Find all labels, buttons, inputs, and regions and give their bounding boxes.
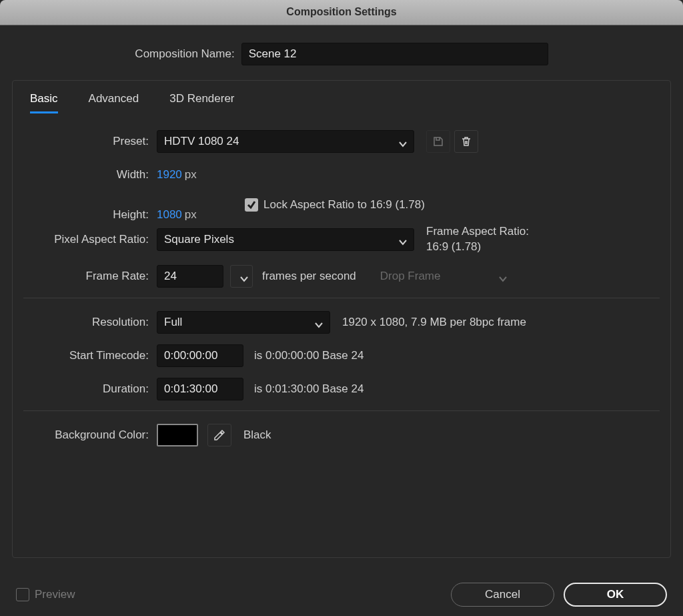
preset-value: HDTV 1080 24 <box>164 134 239 149</box>
background-color-label: Background Color: <box>23 428 157 442</box>
cancel-button[interactable]: Cancel <box>451 583 554 607</box>
start-timecode-info: is 0:00:00:00 Base 24 <box>254 348 364 363</box>
divider <box>23 410 660 411</box>
frame-rate-input[interactable] <box>157 265 223 288</box>
tab-bar: Basic Advanced 3D Renderer <box>23 81 660 113</box>
drop-frame-value: Drop Frame <box>380 269 441 284</box>
resolution-select[interactable]: Full <box>157 311 330 334</box>
width-unit: px <box>185 168 197 182</box>
preset-label: Preset: <box>23 134 157 149</box>
preset-select[interactable]: HDTV 1080 24 <box>157 130 414 153</box>
pixel-aspect-ratio-value: Square Pixels <box>164 232 234 247</box>
composition-name-input[interactable] <box>241 43 548 65</box>
start-timecode-input[interactable] <box>157 344 243 367</box>
pixel-aspect-ratio-select[interactable]: Square Pixels <box>157 228 414 251</box>
frame-aspect-ratio-info: Frame Aspect Ratio: 16:9 (1.78) <box>426 224 529 255</box>
eyedropper-button[interactable] <box>207 424 231 446</box>
frame-rate-dropdown[interactable] <box>230 265 253 288</box>
chevron-down-icon <box>399 236 407 244</box>
chevron-down-icon <box>399 137 407 145</box>
chevron-down-icon <box>499 272 507 280</box>
save-preset-button[interactable] <box>426 130 450 153</box>
duration-input[interactable] <box>157 378 243 400</box>
ok-button[interactable]: OK <box>564 583 667 607</box>
resolution-label: Resolution: <box>23 315 157 330</box>
tab-advanced[interactable]: Advanced <box>89 87 139 113</box>
height-label: Height: <box>23 208 157 222</box>
composition-name-label: Composition Name: <box>135 47 234 61</box>
preview-checkbox <box>16 588 29 601</box>
height-unit: px <box>185 208 197 222</box>
delete-preset-button[interactable] <box>454 130 478 153</box>
width-label: Width: <box>23 168 157 182</box>
dialog-footer: Preview Cancel OK <box>0 573 683 616</box>
lock-aspect-checkbox[interactable] <box>245 198 258 212</box>
resolution-info: 1920 x 1080, 7.9 MB per 8bpc frame <box>342 315 526 330</box>
divider <box>23 298 660 298</box>
frame-rate-label: Frame Rate: <box>23 269 157 284</box>
background-color-swatch[interactable] <box>157 424 198 446</box>
lock-aspect-label: Lock Aspect Ratio to 16:9 (1.78) <box>263 198 425 212</box>
settings-panel: Basic Advanced 3D Renderer Preset: HDTV … <box>12 80 671 558</box>
drop-frame-select: Drop Frame <box>374 265 514 288</box>
frame-rate-suffix: frames per second <box>262 269 356 284</box>
chevron-down-icon <box>315 318 323 326</box>
tab-basic[interactable]: Basic <box>30 87 58 113</box>
resolution-value: Full <box>164 315 182 330</box>
background-color-name: Black <box>243 428 271 442</box>
duration-label: Duration: <box>23 382 157 396</box>
dialog-titlebar: Composition Settings <box>0 0 683 25</box>
duration-info: is 0:01:30:00 Base 24 <box>254 382 364 396</box>
tab-3d-renderer[interactable]: 3D Renderer <box>169 87 234 113</box>
dialog-title: Composition Settings <box>286 5 396 19</box>
pixel-aspect-ratio-label: Pixel Aspect Ratio: <box>23 232 157 247</box>
height-value[interactable]: 1080 <box>157 208 182 222</box>
chevron-down-icon <box>240 272 248 280</box>
preview-label: Preview <box>35 587 75 602</box>
width-value[interactable]: 1920 <box>157 168 182 182</box>
start-timecode-label: Start Timecode: <box>23 348 157 363</box>
